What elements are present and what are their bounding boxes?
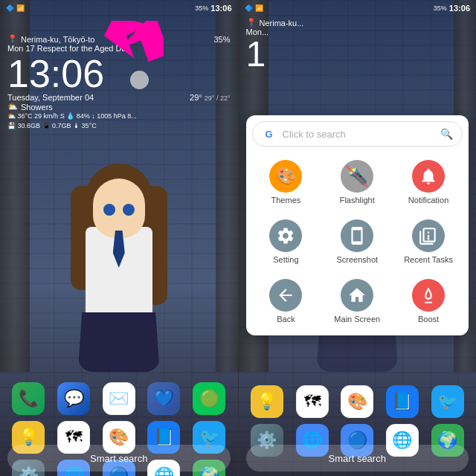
search-icon[interactable]: 🔍 [440,128,453,140]
condition-text: Showers [21,103,53,112]
menu-item-screenshot[interactable]: Screenshot [323,213,391,270]
r-app-photos[interactable]: 🎨 [341,385,373,418]
right-screen: 🔷 📶 35% 13:06 📍Nerima-ku... Mon... 1 G C… [239,0,477,476]
dock-area-right: 💡 🗺 🎨 📘 🐦 ⚙️ 🌐 🔵 🌐 🌍 Smart search [239,379,477,476]
weather-details-2: 💾 30.6GB 📱 0.7GB 🌡 35°C [7,121,231,131]
recent-tasks-label: Recent Tasks [404,255,453,264]
smart-search-bar[interactable]: Smart search [7,445,231,472]
app-row-1: 📞 💬 ✉️ 💙 🟢 [0,379,238,418]
dock-area: 📞 💬 ✉️ 💙 🟢 💡 🗺 🎨 📘 🐦 ⚙️ 🌐 🔵 🌐 🌍 Smart se… [0,379,238,476]
menu-item-main-screen[interactable]: Main Screen [323,273,391,329]
menu-item-notification[interactable]: Notification [394,154,463,210]
google-logo: G [262,126,277,141]
r-smart-search-label: Smart search [329,453,386,464]
notification-label: Notification [408,196,448,205]
r-big-time: 1 [246,36,469,72]
menu-item-boost[interactable]: Boost [394,273,463,329]
status-right-right: 35% 13:06 [434,4,470,13]
status-bar-right: 🔷 📶 35% 13:06 [239,0,477,16]
r-app-twitter[interactable]: 🐦 [431,385,464,418]
temp-display: 29° 29° / 22° [190,93,230,102]
themes-icon: 🎨 [269,160,302,193]
right-weather-partial: 📍Nerima-ku... Mon... 1 [246,18,469,72]
screenshot-label: Screenshot [336,255,378,264]
notification-icon [412,160,445,193]
app-gmail[interactable]: ✉️ [103,382,135,415]
signal-icon: 📶 [16,4,25,12]
recent-tasks-icon [412,219,445,252]
boost-label: Boost [418,315,439,324]
app-messages[interactable]: 💬 [57,382,90,415]
eye-right [123,204,135,216]
smart-search-label: Smart search [90,453,147,464]
back-icon [269,279,302,312]
r-app-maps[interactable]: 🗺 [296,385,329,418]
setting-label: Setting [273,255,298,264]
left-screen: 🔷 📶 35% 13:06 📍 Nerima-ku, Tōkyō-to 35% … [0,0,238,476]
popup-menu: G Click to search 🔍 🎨 Themes 🔦 [246,115,469,335]
anime-character [71,164,167,387]
r-battery-pct: 35% [434,4,447,12]
temp-row: Tuesday, September 04 29° 29° / 22° [7,93,231,102]
eye-left [103,204,115,216]
r-status-time: 13:06 [449,4,470,13]
setting-icon [269,219,302,252]
status-left-right: 🔷 📶 [245,4,263,12]
r-app-facebook[interactable]: 📘 [386,385,419,418]
menu-item-flashlight[interactable]: 🔦 Flashlight [323,154,391,210]
weather-details-1: ⛅ 36°C 29 km/h S 💧 84% ↓ 1005 hPa 8... [7,112,231,121]
app-line[interactable]: 🟢 [193,382,225,415]
popup-search-bar[interactable]: G Click to search 🔍 [252,121,463,147]
search-placeholder-text: Click to search [283,129,435,140]
battery-display: 35% [213,35,230,44]
themes-label: Themes [271,196,301,205]
face [93,178,145,238]
flashlight-label: Flashlight [340,196,375,205]
main-screen-label: Main Screen [334,315,380,324]
cloud-icon: ⛅ [7,102,18,112]
status-bar: 🔷 📶 35% 13:06 [0,0,238,16]
location-text: Nerima-ku, Tōkyō-to [21,35,94,44]
r-app-row-1: 💡 🗺 🎨 📘 🐦 [239,382,477,421]
back-label: Back [277,315,295,324]
menu-item-setting[interactable]: Setting [252,213,321,270]
r-smart-search-bar[interactable]: Smart search [246,445,469,472]
app-messenger[interactable]: 💙 [147,382,180,415]
day-label: Tuesday, September 04 [7,93,94,102]
location-pin-icon: 📍 [7,34,18,44]
main-screen-icon [341,279,373,312]
menu-grid: 🎨 Themes 🔦 Flashlight [252,154,463,329]
r-app-flashlight[interactable]: 💡 [251,385,283,418]
status-right: 35% 13:06 [195,4,231,13]
bluetooth-icon: 🔷 [6,4,14,12]
menu-item-back[interactable]: Back [252,273,321,329]
status-left: 🔷 📶 [6,4,25,12]
skirt [78,312,160,372]
status-time: 13:06 [210,4,231,13]
menu-item-recent-tasks[interactable]: Recent Tasks [394,213,463,270]
app-phone[interactable]: 📞 [12,382,45,415]
r-signal-icon: 📶 [255,4,263,12]
svg-line-2 [347,166,367,187]
screenshot-icon [341,219,373,252]
flashlight-icon: 🔦 [341,160,373,193]
pink-arrow [104,21,164,65]
r-bluetooth-icon: 🔷 [245,4,253,12]
boost-icon [412,279,445,312]
menu-item-themes[interactable]: 🎨 Themes [252,154,321,210]
battery-pct: 35% [195,4,208,12]
